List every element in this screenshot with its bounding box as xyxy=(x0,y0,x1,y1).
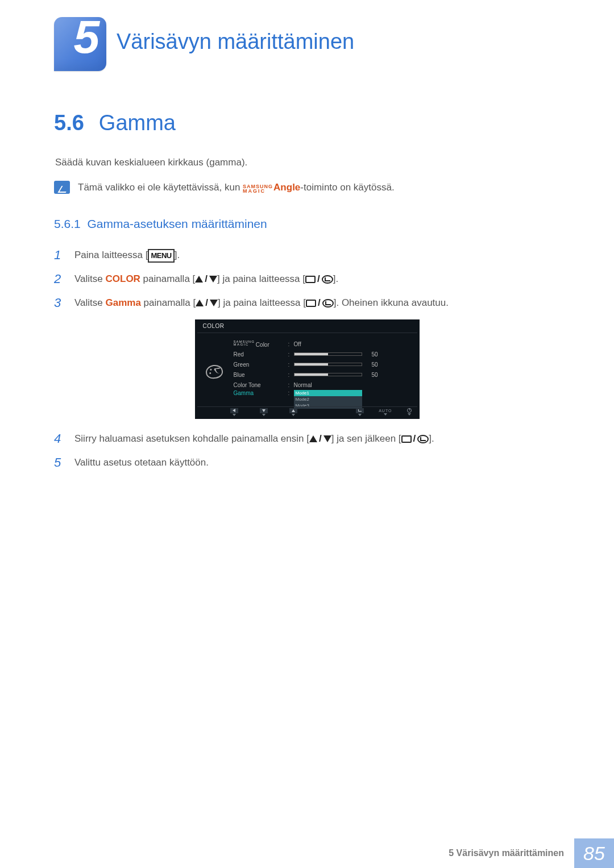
intro-text: Säädä kuvan keskialueen kirkkaus (gamma)… xyxy=(55,157,560,168)
osd-label: SAMSUNGMAGICColor xyxy=(234,340,288,348)
osd-label: Blue xyxy=(234,372,288,378)
enter-button-icon xyxy=(322,275,333,284)
page-footer: 5 Värisävyn määrittäminen 85 xyxy=(0,838,614,868)
note-text: Tämä valikko ei ole käytettävissä, kun S… xyxy=(78,181,395,194)
subsection-header: 5.6.1 Gamma-asetuksen määrittäminen xyxy=(54,217,560,231)
osd-value: 50 xyxy=(367,372,384,378)
source-button-icon xyxy=(401,435,412,443)
slider xyxy=(294,363,362,366)
osd-value: 50 xyxy=(367,351,384,358)
osd-value: Normal xyxy=(294,382,379,388)
note-after: -toiminto on käytössä. xyxy=(300,182,394,193)
note-before: Tämä valikko ei ole käytettävissä, kun xyxy=(78,182,243,193)
gamma-keyword: Gamma xyxy=(106,297,141,308)
osd-label: Red xyxy=(234,351,288,358)
subsection-number: 5.6.1 xyxy=(54,217,81,230)
slash: / xyxy=(203,273,209,284)
step-number: 2 xyxy=(54,272,64,286)
osd-label-selected: Gamma xyxy=(234,390,288,396)
osd-row-color-tone: Color Tone : Normal xyxy=(234,380,420,390)
osd-nav-left xyxy=(230,408,238,416)
text: ]. xyxy=(175,250,180,260)
slash: / xyxy=(317,433,323,444)
step-number: 5 xyxy=(54,455,64,470)
osd-nav-enter xyxy=(356,408,364,416)
step-number: 1 xyxy=(54,248,64,263)
text: painamalla [ xyxy=(140,273,195,284)
step-1: 1 Paina laitteessa [MENU]. xyxy=(54,248,560,263)
text: ]. xyxy=(429,433,434,444)
text: ]. Oheinen ikkuna avautuu. xyxy=(334,297,449,308)
osd-body: SAMSUNGMAGICColor : Off Red : 50 Green :… xyxy=(195,333,420,410)
colon: : xyxy=(288,351,294,358)
text: Siirry haluamasi asetuksen kohdalle pain… xyxy=(74,433,309,444)
gamma-mode: Mode2 xyxy=(294,396,362,402)
slash: / xyxy=(204,297,210,308)
step-text: Siirry haluamasi asetuksen kohdalle pain… xyxy=(74,431,434,446)
enter-button-icon xyxy=(322,299,334,308)
osd-nav-power xyxy=(407,408,412,416)
section-header: 5.6 Gamma xyxy=(54,111,560,135)
osd-nav-auto: AUTO xyxy=(379,409,392,416)
chapter-number: 5 xyxy=(73,14,99,60)
osd-row-green: Green : 50 xyxy=(234,359,420,369)
text: ]. xyxy=(333,273,338,284)
text: Valitse xyxy=(74,297,106,308)
note: Tämä valikko ei ole käytettävissä, kun S… xyxy=(54,181,560,194)
text: painamalla [ xyxy=(141,297,196,308)
info-note-icon xyxy=(54,181,70,194)
arrow-up-icon xyxy=(195,276,203,283)
osd-settings: SAMSUNGMAGICColor : Off Red : 50 Green :… xyxy=(234,333,420,410)
step-text: Valitse Gamma painamalla [/] ja paina la… xyxy=(74,296,449,310)
arrow-down-icon xyxy=(209,276,217,283)
osd-nav-down xyxy=(260,408,268,416)
source-button-icon xyxy=(305,276,316,283)
menu-button-icon: MENU xyxy=(148,249,174,263)
colon: : xyxy=(288,341,294,347)
text: ] ja paina laitteessa [ xyxy=(217,273,305,284)
steps-list-continued: 4 Siirry haluamasi asetuksen kohdalle pa… xyxy=(54,431,560,470)
chapter-number-box: 5 xyxy=(54,17,106,71)
colon: : xyxy=(288,382,294,388)
osd-footer: AUTO xyxy=(197,406,417,416)
text: ] ja paina laitteessa [ xyxy=(218,297,306,308)
step-number: 4 xyxy=(54,431,64,446)
step-text: Valitse COLOR painamalla [/] ja paina la… xyxy=(74,272,338,286)
arrow-up-icon xyxy=(196,300,204,306)
angle-text: Angle xyxy=(273,182,300,193)
colon: : xyxy=(288,362,294,368)
osd-title: COLOR xyxy=(203,323,420,329)
text: ] ja sen jälkeen [ xyxy=(331,433,401,444)
chapter-header: 5 Värisävyn määrittäminen xyxy=(54,17,560,71)
slash: / xyxy=(316,297,322,308)
osd-left-panel xyxy=(195,333,234,410)
steps-list: 1 Paina laitteessa [MENU]. 2 Valitse COL… xyxy=(54,248,560,311)
step-4: 4 Siirry haluamasi asetuksen kohdalle pa… xyxy=(54,431,560,446)
osd-label: Color Tone xyxy=(234,382,288,388)
source-button-icon xyxy=(306,300,316,307)
slash: / xyxy=(412,433,418,444)
osd-row-blue: Blue : 50 xyxy=(234,369,420,380)
arrow-up-icon xyxy=(309,435,317,442)
samsung-magic-logo: SAMSUNGMAGIC xyxy=(243,185,273,193)
step-number: 3 xyxy=(54,296,64,310)
colon: : xyxy=(288,390,294,396)
osd-label: Green xyxy=(234,362,288,368)
gamma-mode-selected: Mode1 xyxy=(294,390,362,396)
subsection-title: Gamma-asetuksen määrittäminen xyxy=(87,217,267,230)
auto-label: AUTO xyxy=(379,409,392,413)
step-5: 5 Valittu asetus otetaan käyttöön. xyxy=(54,455,560,470)
osd-panel: COLOR SAMSUNGMAGICColor : Off Red : 50 xyxy=(195,319,420,419)
slash: / xyxy=(316,273,322,284)
colon: : xyxy=(288,372,294,378)
text: Color xyxy=(256,342,269,348)
text: Paina laitteessa [ xyxy=(74,250,148,260)
arrow-down-icon xyxy=(210,300,218,306)
power-icon xyxy=(407,408,412,413)
step-2: 2 Valitse COLOR painamalla [/] ja paina … xyxy=(54,272,560,286)
step-text: Valittu asetus otetaan käyttöön. xyxy=(74,455,209,470)
osd-row-magic-color: SAMSUNGMAGICColor : Off xyxy=(234,339,420,349)
osd-row-red: Red : 50 xyxy=(234,349,420,359)
color-keyword: COLOR xyxy=(106,273,140,284)
enter-button-icon xyxy=(417,435,429,443)
